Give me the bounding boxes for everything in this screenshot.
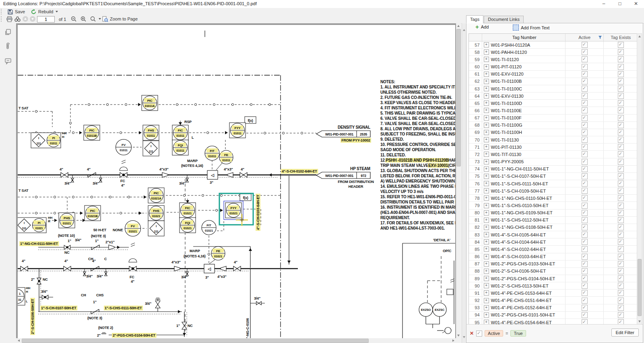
table-row[interactable]: 67+W01-TI-01100F — [469, 115, 638, 122]
table-vscrollbar[interactable] — [637, 33, 642, 325]
table-row[interactable]: 57+W01-PSHH-01120A — [469, 41, 638, 49]
tag-cell[interactable]: +W01-2"-PGS-CHS-0103-50H-ET — [482, 261, 566, 267]
expand-icon[interactable]: + — [484, 225, 489, 230]
active-checkbox[interactable] — [582, 71, 588, 77]
tag-exists-checkbox[interactable] — [618, 261, 624, 267]
table-row[interactable]: 87+W01-2"-PGS-CHS-0103-50H-ET — [469, 261, 638, 268]
expand-icon[interactable]: + — [484, 57, 489, 62]
table-row[interactable]: 83+W01-4"-S-CH-0105-64H-ET — [469, 231, 638, 238]
tag-cell[interactable]: +W01-4"-S-CH-0102-64H-ET — [482, 246, 566, 253]
expand-icon[interactable]: + — [484, 181, 489, 186]
tag-cell[interactable]: +W01-TI-01100B — [482, 78, 566, 85]
active-checkbox[interactable] — [582, 49, 588, 55]
table-row[interactable]: 70+W01-TI-01130 — [469, 136, 638, 144]
tag-exists-checkbox[interactable] — [618, 188, 624, 194]
active-checkbox[interactable] — [582, 298, 588, 304]
expand-icon[interactable]: + — [484, 93, 489, 99]
expand-icon[interactable]: + — [484, 305, 489, 310]
expand-icon[interactable]: + — [484, 239, 489, 244]
expand-icon[interactable]: + — [484, 246, 489, 252]
tag-exists-checkbox[interactable] — [618, 56, 624, 62]
table-row[interactable]: 65+W01-TI-01100D — [469, 100, 638, 107]
table-row[interactable]: 86+W01-4"-S-CH-0103-64H-ET — [469, 253, 638, 261]
tag-exists-checkbox[interactable] — [618, 64, 624, 70]
tab-document-links[interactable]: Document Links — [484, 16, 524, 23]
tag-cell[interactable]: +W01-4"-PE-CHS-0153-64H-ET — [482, 290, 566, 296]
tag-exists-checkbox[interactable] — [618, 298, 624, 304]
table-row[interactable]: 84+W01-4"-S-CH-0104-64H-ET — [469, 238, 638, 246]
tag-exists-checkbox[interactable] — [618, 224, 624, 230]
expand-icon[interactable]: + — [484, 115, 489, 121]
filter-value-chip[interactable]: True — [510, 330, 526, 337]
maximize-button[interactable]: □ — [612, 0, 628, 8]
expand-icon[interactable]: + — [484, 290, 489, 296]
table-row[interactable]: 59+W01-TI-01120 — [469, 56, 638, 63]
table-row[interactable]: 61+W01-EXV-01120 — [469, 71, 638, 78]
expand-icon[interactable]: + — [484, 254, 489, 259]
table-row[interactable]: 69+W01-TI-01100H — [469, 129, 638, 136]
add-from-text-button[interactable]: Add From Text — [513, 25, 549, 31]
active-checkbox[interactable] — [582, 42, 588, 48]
active-checkbox[interactable] — [582, 232, 588, 238]
tag-exists-checkbox[interactable] — [618, 275, 624, 281]
tag-cell[interactable]: +W01-PYY-20005 — [482, 158, 566, 165]
tag-exists-checkbox[interactable] — [618, 100, 624, 106]
tag-exists-checkbox[interactable] — [618, 115, 624, 121]
tag-cell[interactable]: +W01-TI-01100F — [482, 115, 566, 121]
tag-exists-checkbox[interactable] — [618, 86, 624, 92]
tag-exists-checkbox[interactable] — [618, 290, 624, 296]
filter-enabled-checkbox[interactable] — [476, 331, 482, 337]
tag-cell[interactable]: +W01-1"-S-CHS-0110-50H-ET — [482, 202, 566, 209]
table-row[interactable]: 66+W01-TI-01100E — [469, 107, 638, 114]
zoom-to-page-button[interactable]: Zoom to Page — [101, 16, 139, 22]
tag-cell[interactable]: +W01-4"-PE-CHS-0152-64H-ET — [482, 304, 566, 311]
tag-cell[interactable]: +W01-1"-NG-CH-0111-50H-ET — [482, 166, 566, 173]
expand-icon[interactable]: + — [484, 195, 489, 201]
tag-cell[interactable]: +W01-PIT-01120 — [482, 63, 566, 70]
active-checkbox[interactable] — [582, 137, 588, 143]
expand-icon[interactable]: + — [484, 232, 489, 237]
tab-tags[interactable]: Tags — [466, 15, 483, 23]
expand-icon[interactable]: + — [484, 269, 489, 274]
tag-cell[interactable]: +W01-4"-PE-CHS-0151-64H-ET — [482, 297, 566, 304]
zoom-out-button[interactable] — [69, 16, 78, 22]
table-row[interactable]: 75+W01-1"-S-CH-0107-50H-ET — [469, 173, 638, 180]
tag-exists-checkbox[interactable] — [618, 312, 624, 318]
tag-exists-checkbox[interactable] — [618, 42, 624, 48]
tag-exists-checkbox[interactable] — [618, 246, 624, 252]
tag-cell[interactable]: +W01-1"-NG-CHS-0110-50H-ET — [482, 195, 566, 201]
expand-icon[interactable]: + — [484, 144, 489, 150]
table-row[interactable]: 76+W01-1"-S-CHS-0111-50H-ET — [469, 180, 638, 187]
table-row[interactable]: 85+W01-4"-S-CH-0102-64H-ET — [469, 246, 638, 253]
table-row[interactable]: 64+W01-EXV-01130 — [469, 92, 638, 100]
tag-exists-checkbox[interactable] — [618, 217, 624, 223]
active-checkbox[interactable] — [582, 275, 588, 281]
active-checkbox[interactable] — [582, 107, 588, 113]
viewer-vscrollbar[interactable] — [456, 23, 461, 338]
table-row[interactable]: 89+W01-2"-PGS-CHS-0104-50H-ET — [469, 275, 638, 282]
table-row[interactable]: 73+W01-PYY-20005 — [469, 158, 638, 166]
tag-exists-checkbox[interactable] — [618, 181, 624, 187]
rebuild-dropdown-icon[interactable] — [56, 11, 58, 12]
filter-funnel-icon[interactable] — [598, 35, 602, 39]
tag-exists-checkbox[interactable] — [618, 137, 624, 143]
edit-filter-button[interactable]: Edit Filter — [611, 329, 639, 337]
tag-cell[interactable]: +W01-PSHH-01120A — [482, 41, 566, 48]
expand-icon[interactable]: + — [484, 210, 489, 216]
tag-cell[interactable]: +W01-TIT-01130 — [482, 151, 566, 158]
table-scroll-thumb[interactable] — [638, 259, 642, 316]
expand-icon[interactable]: + — [484, 218, 489, 223]
table-row[interactable]: 77+W01-1"-S-CH-0109-50H-ET — [469, 187, 638, 195]
table-row[interactable]: 72+W01-TIT-01130 — [469, 151, 638, 158]
active-checkbox[interactable] — [582, 246, 588, 252]
tag-cell[interactable]: +W01-PIT-01130 — [482, 144, 566, 150]
tag-exists-checkbox[interactable] — [618, 78, 624, 84]
expand-icon[interactable]: + — [484, 49, 489, 55]
expand-icon[interactable]: + — [484, 174, 489, 179]
tag-cell[interactable]: +W01-2"-PGS-CHS-0104-50H-ET — [482, 275, 566, 282]
tag-cell[interactable]: +W01-TI-01100C — [482, 85, 566, 92]
expand-icon[interactable]: + — [484, 261, 489, 267]
table-row[interactable]: 71+W01-PIT-01130 — [469, 144, 638, 151]
tag-exists-checkbox[interactable] — [618, 144, 624, 150]
table-row[interactable]: 58+W01-PAHH-01120 — [469, 49, 638, 56]
